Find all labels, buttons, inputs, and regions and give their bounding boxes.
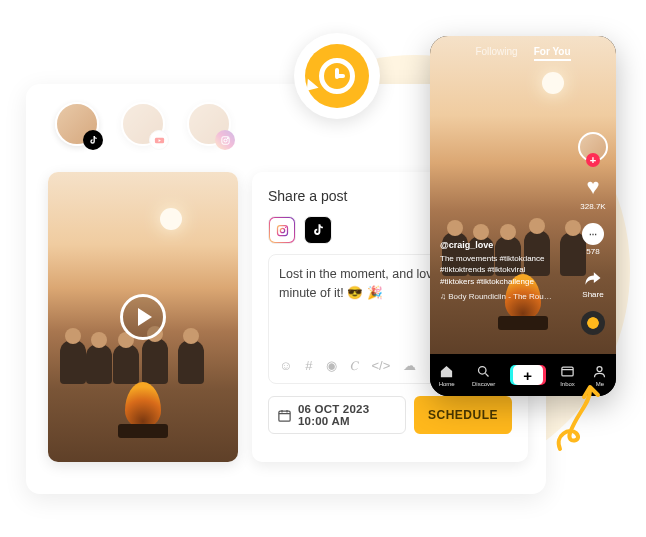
svg-point-6	[285, 226, 286, 227]
svg-rect-7	[279, 411, 290, 421]
compose-toolbar: ☺ # ◉ 𝐶 </> ☁	[279, 356, 416, 376]
account-youtube[interactable]	[121, 102, 165, 146]
svg-point-3	[227, 137, 228, 138]
profile-icon	[592, 364, 607, 379]
phone-caption: @craig_love The movements #tiktokdance #…	[440, 239, 560, 302]
comment-count: 578	[586, 247, 599, 256]
instagram-icon	[215, 130, 235, 150]
schedule-button[interactable]: SCHEDULE	[414, 396, 512, 434]
tool-emoji[interactable]: ☺	[279, 356, 292, 376]
play-icon[interactable]	[120, 294, 166, 340]
home-icon	[439, 364, 454, 379]
youtube-icon	[149, 130, 169, 150]
search-icon	[476, 364, 491, 379]
tool-hashtag[interactable]: #	[305, 356, 312, 376]
schedule-clock-icon	[294, 33, 380, 119]
phone-username[interactable]: @craig_love	[440, 239, 560, 252]
curly-arrow-icon	[550, 383, 602, 453]
phone-top-tabs: Following For You	[430, 46, 616, 61]
like-button[interactable]: ♥ 328.7K	[580, 174, 605, 211]
schedule-date-field[interactable]: 06 OCT 2023 10:00 AM	[268, 396, 406, 434]
phone-music[interactable]: ♫ Body Roundiciin - The Rou…	[440, 291, 560, 302]
heart-icon: ♥	[586, 174, 599, 200]
account-instagram[interactable]	[187, 102, 231, 146]
schedule-date-label: 06 OCT 2023 10:00 AM	[298, 403, 397, 427]
nav-create[interactable]: +	[513, 365, 543, 385]
svg-point-10	[597, 366, 602, 371]
chip-instagram[interactable]	[268, 216, 296, 244]
tool-cloud[interactable]: ☁	[403, 356, 416, 376]
comment-button[interactable]: ⋯ 578	[582, 223, 604, 256]
svg-point-2	[223, 138, 226, 141]
svg-point-5	[280, 228, 284, 232]
nav-home[interactable]: Home	[439, 364, 455, 387]
creator-avatar[interactable]	[578, 132, 608, 162]
media-preview[interactable]	[48, 172, 238, 462]
tool-style[interactable]: 𝐶	[350, 356, 359, 376]
music-disc-icon[interactable]	[581, 311, 605, 335]
phone-caption-text: The movements #tiktokdance #tiktoktrends…	[440, 253, 560, 287]
svg-rect-9	[562, 367, 573, 376]
account-avatars	[55, 102, 231, 146]
tiktok-icon	[83, 130, 103, 150]
nav-discover[interactable]: Discover	[472, 364, 495, 387]
share-icon	[583, 268, 603, 288]
account-tiktok[interactable]	[55, 102, 99, 146]
tool-media[interactable]: ◉	[326, 356, 337, 376]
tab-foryou[interactable]: For You	[534, 46, 571, 61]
tool-code[interactable]: </>	[372, 356, 391, 376]
share-label: Share	[582, 290, 603, 299]
chip-tiktok[interactable]	[304, 216, 332, 244]
phone-preview: Following For You ♥ 328.7K ⋯ 578 Share @…	[430, 36, 616, 396]
svg-point-8	[479, 366, 487, 374]
phone-right-actions: ♥ 328.7K ⋯ 578 Share	[578, 132, 608, 335]
inbox-icon	[560, 364, 575, 379]
share-button[interactable]: Share	[582, 268, 603, 299]
like-count: 328.7K	[580, 202, 605, 211]
calendar-icon	[277, 408, 292, 423]
comment-icon: ⋯	[582, 223, 604, 245]
tab-following[interactable]: Following	[475, 46, 517, 61]
